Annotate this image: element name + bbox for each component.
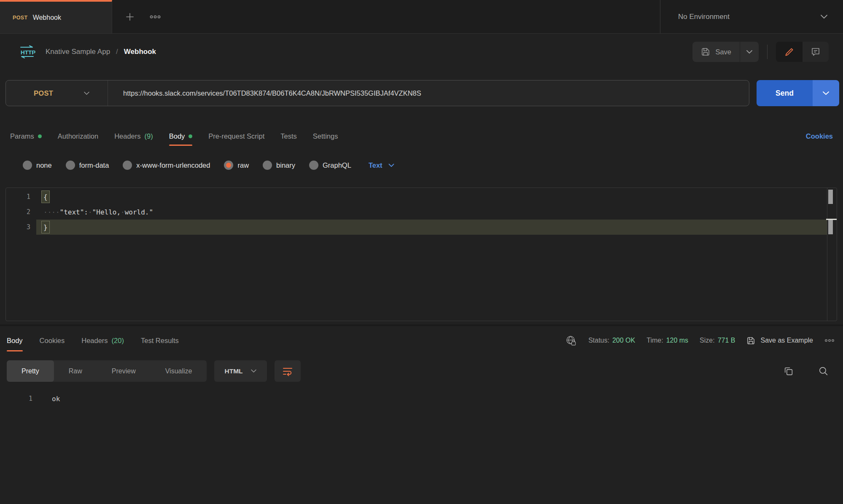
editor-line-2: 2 ····"text":·"Hello,·world." (6, 204, 837, 220)
open-request-tab[interactable]: POST Webhook (0, 0, 112, 33)
cookies-link[interactable]: Cookies (806, 132, 833, 140)
response-options-button[interactable] (824, 339, 835, 342)
add-tab-button[interactable] (122, 9, 137, 24)
save-as-example-label: Save as Example (760, 337, 813, 344)
url-box: POST (5, 80, 749, 106)
tab-params[interactable]: Params (10, 125, 42, 147)
response-tab-test-results[interactable]: Test Results (141, 330, 179, 351)
method-label: POST (34, 89, 53, 97)
send-options-button[interactable] (813, 80, 839, 106)
save-icon (701, 47, 710, 56)
chevron-down-icon (820, 14, 828, 19)
network-icon[interactable] (566, 335, 577, 346)
environment-selector[interactable]: No Environment (660, 0, 843, 33)
header-divider (767, 45, 768, 59)
wrap-lines-button[interactable] (275, 360, 301, 382)
save-icon (746, 336, 755, 345)
tab-headers[interactable]: Headers (9) (114, 125, 153, 147)
request-body-editor[interactable]: 1 { 2 ····"text":·"Hello,·world." 3 } (5, 188, 837, 321)
open-brace: { (41, 190, 50, 203)
search-icon[interactable] (818, 366, 829, 376)
chevron-down-icon (388, 164, 394, 167)
tab-headers-label: Headers (114, 132, 140, 140)
response-meta: Status: 200 OK Time: 120 ms Size: 771 B … (566, 335, 835, 346)
response-tab-body-label: Body (7, 337, 23, 345)
breadcrumb-collection[interactable]: Knative Sample App (46, 48, 110, 56)
send-button[interactable]: Send (757, 80, 813, 106)
radio-icon (123, 161, 132, 170)
mode-binary-label: binary (276, 161, 295, 169)
raw-language-label: Text (369, 161, 382, 169)
time-pair[interactable]: Time: 120 ms (646, 337, 688, 344)
response-format-label: HTML (224, 367, 242, 375)
copy-icon[interactable] (783, 366, 794, 376)
save-options-button[interactable] (740, 42, 759, 62)
status-pair[interactable]: Status: 200 OK (588, 337, 635, 344)
response-headers-count: (20) (112, 337, 124, 345)
response-body[interactable]: 1 ok (0, 391, 843, 406)
tab-authorization-label: Authorization (58, 132, 98, 140)
mode-none[interactable]: none (23, 161, 52, 170)
save-button[interactable]: Save (692, 42, 740, 62)
request-url-row: POST Send (5, 80, 839, 106)
editor-scrollbar-mark[interactable] (828, 220, 833, 234)
mode-form-data[interactable]: form-data (66, 161, 109, 170)
request-header-row: HTTP Knative Sample App / Webhook Save (0, 34, 843, 70)
breadcrumb-separator: / (116, 48, 118, 56)
save-as-example-button[interactable]: Save as Example (746, 336, 813, 345)
tab-body[interactable]: Body (169, 125, 193, 147)
response-tab-headers-label: Headers (81, 337, 108, 345)
mode-raw[interactable]: raw (224, 161, 249, 170)
raw-language-dropdown[interactable]: Text (369, 161, 394, 169)
body-mode-row: none form-data x-www-form-urlencoded raw… (23, 154, 833, 176)
url-input[interactable] (108, 80, 749, 106)
method-dropdown[interactable]: POST (6, 80, 108, 106)
view-visualize[interactable]: Visualize (151, 360, 207, 382)
comment-button[interactable] (803, 42, 829, 62)
mode-binary[interactable]: binary (263, 161, 295, 170)
plus-icon (124, 11, 135, 22)
radio-icon (66, 161, 75, 170)
breadcrumb-request-name[interactable]: Webhook (124, 48, 156, 56)
json-value: world." (125, 208, 153, 216)
tab-settings[interactable]: Settings (313, 125, 338, 147)
mode-raw-label: raw (237, 161, 249, 169)
json-key: "text": (60, 208, 88, 216)
view-preview[interactable]: Preview (97, 360, 151, 382)
view-pretty[interactable]: Pretty (7, 360, 54, 382)
response-tab-cookies-label: Cookies (40, 337, 65, 345)
tab-tests[interactable]: Tests (280, 125, 297, 147)
tab-authorization[interactable]: Authorization (58, 125, 98, 147)
view-raw[interactable]: Raw (54, 360, 97, 382)
edit-request-button[interactable] (776, 42, 803, 62)
tab-method-badge: POST (13, 15, 28, 21)
editor-scrollbar-mark[interactable] (828, 190, 833, 204)
mode-urlencoded[interactable]: x-www-form-urlencoded (123, 161, 210, 170)
mode-form-data-label: form-data (79, 161, 109, 169)
chevron-down-icon (83, 91, 90, 95)
size-pair[interactable]: Size: 771 B (700, 337, 735, 344)
chevron-down-icon (250, 369, 257, 373)
response-line-number: 1 (0, 395, 32, 402)
response-tab-headers[interactable]: Headers (20) (81, 330, 124, 351)
request-tab-bar: POST Webhook No Environment (0, 0, 843, 34)
response-tab-body[interactable]: Body (7, 330, 23, 351)
mode-urlencoded-label: x-www-form-urlencoded (136, 161, 210, 169)
request-response-divider[interactable] (0, 324, 843, 326)
pencil-icon (784, 47, 794, 57)
send-split-button: Send (757, 80, 839, 106)
mode-graphql[interactable]: GraphQL (309, 161, 351, 170)
response-format-dropdown[interactable]: HTML (214, 360, 267, 382)
response-tab-cookies[interactable]: Cookies (40, 330, 65, 351)
line-number: 2 (6, 208, 36, 216)
editor-line-3: 3 } (6, 220, 837, 235)
line-number: 3 (6, 223, 36, 231)
mode-none-label: none (36, 161, 52, 169)
tab-options-button[interactable] (148, 9, 163, 24)
tab-pre-request-script[interactable]: Pre-request Script (208, 125, 264, 147)
response-tab-test-results-label: Test Results (141, 337, 179, 345)
response-content: ok (32, 395, 60, 403)
mode-graphql-label: GraphQL (323, 161, 351, 169)
json-value: "Hello, (92, 208, 121, 216)
body-active-dot (189, 134, 192, 138)
